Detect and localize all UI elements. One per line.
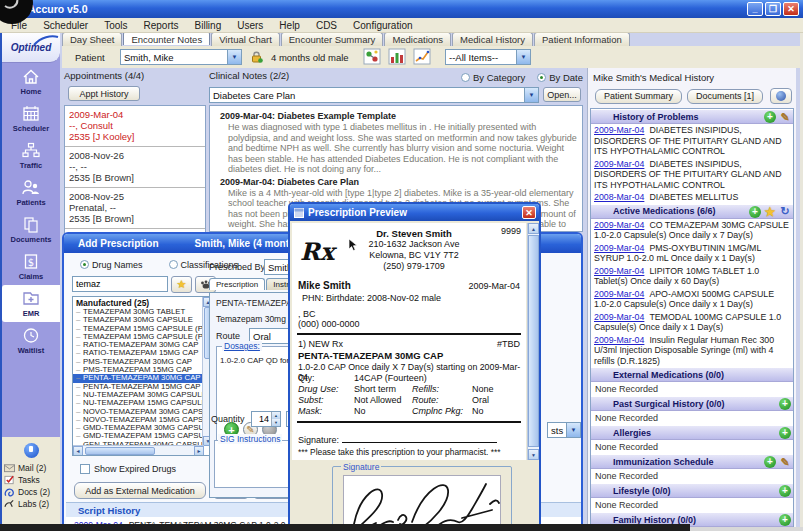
medication-row[interactable]: 2009-Mar-04LIPITOR 10MG TABLET 1.0 Table… [591, 265, 793, 288]
favorites-star-button[interactable]: ★ [171, 276, 192, 293]
refresh-icon[interactable] [779, 206, 791, 218]
tab[interactable]: Day Sheet [62, 32, 122, 46]
problem-date-link[interactable]: 2008-Mar-04 [594, 192, 644, 202]
partial-dropdown[interactable]: sts [547, 422, 581, 438]
add-icon[interactable] [764, 456, 776, 468]
appointment-row[interactable]: 2008-Nov-26 --, -- 2535 [B Brown] [65, 147, 205, 188]
problem-date-link[interactable]: 2009-Mar-04 [594, 159, 644, 169]
notification-orb-icon[interactable] [24, 443, 39, 458]
tab[interactable]: Virtual Chart [211, 32, 280, 46]
chevron-down-icon[interactable] [566, 423, 580, 437]
star-icon[interactable] [764, 206, 776, 218]
quantity-stepper[interactable]: 14 ▲▼ [251, 411, 281, 427]
section-header[interactable]: External Medications (0/0) [591, 367, 793, 382]
menu-item[interactable]: Help [272, 19, 307, 32]
problems-section-header[interactable]: History of Problems [591, 109, 793, 124]
medications-section-header[interactable]: Active Medications (6/6) [591, 204, 793, 219]
show-expired-checkbox[interactable]: Show Expired Drugs [80, 464, 176, 474]
drug-search-input[interactable] [72, 276, 168, 292]
recent-history-button[interactable] [770, 88, 792, 104]
sidebar-item-scheduler[interactable]: Scheduler [2, 100, 60, 137]
menu-item[interactable]: Reports [137, 19, 186, 32]
patient-summary-button[interactable]: Patient Summary [595, 89, 682, 104]
growth-chart-icon[interactable] [413, 48, 431, 67]
sidebar-item-docs[interactable]: Docs (2) [2, 486, 60, 498]
add-icon[interactable] [779, 398, 791, 410]
restore-button[interactable]: ❐ [765, 2, 781, 16]
lock-icon[interactable] [250, 50, 263, 65]
by-date-radio[interactable]: By Date [537, 72, 583, 83]
menu-item[interactable]: Tools [97, 19, 134, 32]
modal-scrollbar[interactable]: ▲▼ [527, 223, 539, 460]
checkbox-icon[interactable] [80, 464, 90, 474]
tab[interactable]: Medical History [452, 32, 533, 46]
appointment-row[interactable]: 2009-Mar-04 --, Consult 2535 [J Kooley] [65, 106, 205, 147]
section-header[interactable]: Allergies [591, 425, 793, 440]
medication-date-link[interactable]: 2009-Mar-04 [594, 266, 644, 276]
problem-date-link[interactable]: 2009-Mar-04 [594, 125, 644, 135]
tab-prescription[interactable]: Prescription [209, 278, 265, 290]
minimize-button[interactable]: _ [747, 2, 763, 16]
add-icon[interactable] [779, 485, 791, 497]
problem-row[interactable]: 2009-Mar-04DIABETES INSIPIDUS, DISORDERS… [591, 124, 793, 158]
tab[interactable]: Patient Information [534, 32, 630, 46]
problem-row[interactable]: 2009-Mar-04DIABETES INSIPIDUS, DISORDERS… [591, 158, 793, 192]
open-note-button[interactable]: Open... [543, 87, 581, 102]
menu-item[interactable]: Users [230, 19, 270, 32]
chevron-down-icon[interactable] [227, 50, 241, 64]
note-select[interactable]: Diabetes Care Plan [209, 87, 539, 103]
medication-row[interactable]: 2009-Mar-04Insulin Regular Human Rec 300… [591, 334, 793, 368]
chevron-down-icon[interactable] [516, 50, 530, 64]
tab[interactable]: Encounter Notes [123, 31, 210, 45]
chevron-down-icon[interactable] [524, 88, 538, 102]
items-filter-select[interactable]: --All Items-- [445, 49, 531, 65]
sidebar-item-home[interactable]: Home [2, 63, 60, 100]
sidebar-item-traffic[interactable]: Traffic [2, 137, 60, 174]
clinical-note[interactable]: 2009-Mar-04: Diabetes Example Template H… [214, 111, 578, 175]
sidebar-item-tasks[interactable]: Tasks [2, 474, 60, 486]
menu-item[interactable]: Billing [188, 19, 229, 32]
menu-item[interactable]: Scheduler [36, 19, 95, 32]
drug-list-horizontal-scrollbar[interactable]: ◄► [73, 445, 204, 455]
menu-item[interactable]: CDS [309, 19, 344, 32]
sidebar-item-mail[interactable]: Mail (2) [2, 462, 60, 474]
appointment-row[interactable]: 2008-Nov-25 Prenatal, -- 2535 [B Brown] [65, 188, 205, 229]
medication-row[interactable]: 2009-Mar-04CO TEMAZEPAM 30MG CAPSULE 1.0… [591, 219, 793, 242]
add-icon[interactable] [779, 427, 791, 439]
drug-names-radio[interactable]: Drug Names [80, 260, 143, 270]
sidebar-item-waitlist[interactable]: Waitlist [2, 322, 60, 359]
sidebar-item-claims[interactable]: $ Claims [2, 248, 60, 285]
tab[interactable]: Encounter Summary [281, 32, 384, 46]
menu-item[interactable]: Configuration [346, 19, 419, 32]
medication-row[interactable]: 2009-Mar-04TEMODAL 100MG CAPSULE 1.0 Cap… [591, 311, 793, 334]
edit-icon[interactable] [779, 456, 791, 468]
add-external-medication-button[interactable]: Add as External Medication [74, 482, 206, 499]
medication-date-link[interactable]: 2009-Mar-04 [594, 312, 644, 322]
molecule-icon[interactable] [363, 48, 381, 67]
medication-row[interactable]: 2009-Mar-04APO-AMOXI 500MG CAPSULE 1.0-2… [591, 288, 793, 311]
sidebar-item-labs[interactable]: Labs (2) [2, 498, 60, 510]
sidebar-item-documents[interactable]: Documents [2, 211, 60, 248]
add-icon[interactable] [749, 206, 761, 218]
section-header[interactable]: Lifestyle (0/0) [591, 483, 793, 498]
bar-chart-icon[interactable] [388, 48, 406, 67]
modal-title-bar[interactable]: Prescription Preview [290, 204, 539, 221]
close-button[interactable]: ✕ [783, 2, 799, 16]
by-category-radio[interactable]: By Category [461, 72, 525, 83]
tab[interactable]: Medications [384, 32, 451, 46]
section-header[interactable]: Immunization Schedule [591, 454, 793, 469]
medication-date-link[interactable]: 2009-Mar-04 [594, 335, 644, 345]
patient-select[interactable]: Smith, Mike [120, 49, 242, 65]
section-header[interactable]: Past Surgical History (0/0) [591, 396, 793, 411]
medication-date-link[interactable]: 2009-Mar-04 [594, 220, 644, 230]
close-icon[interactable] [522, 206, 536, 219]
edit-icon[interactable] [779, 111, 791, 123]
sidebar-item-patients[interactable]: Patients [2, 174, 60, 211]
sidebar-item-emr[interactable]: EMR [2, 285, 60, 322]
problem-row[interactable]: 2008-Mar-04DIABETES MELLITUS [591, 191, 793, 204]
add-icon[interactable] [779, 514, 791, 526]
add-icon[interactable] [764, 111, 776, 123]
medication-date-link[interactable]: 2009-Mar-04 [594, 243, 644, 253]
documents-button[interactable]: Documents [1] [687, 89, 763, 104]
medication-date-link[interactable]: 2009-Mar-04 [594, 289, 644, 299]
